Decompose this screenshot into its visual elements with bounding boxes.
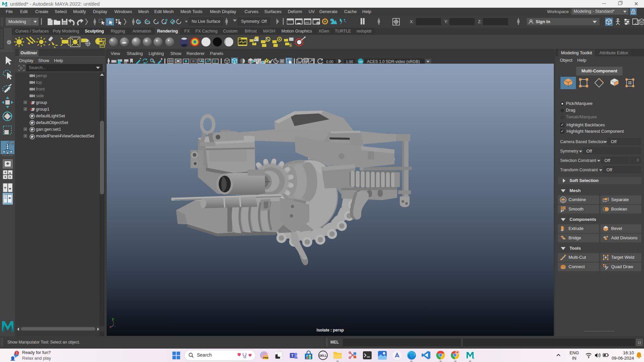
- svg-text:MAYA: MAYA: [472, 358, 475, 359]
- svg-text:IPR: IPR: [305, 21, 310, 24]
- svg-text:T: T: [214, 59, 217, 63]
- svg-text:S: S: [289, 43, 292, 48]
- svg-text:0.00: 0.00: [326, 60, 333, 64]
- svg-text:y: y: [112, 317, 114, 321]
- svg-text:1: 1: [16, 351, 18, 355]
- svg-text:ACES 1.0 SDR-video (sRGB): ACES 1.0 SDR-video (sRGB): [367, 59, 420, 64]
- svg-text:T: T: [291, 354, 293, 358]
- svg-text:x: x: [109, 325, 111, 328]
- svg-text:ON: ON: [359, 60, 363, 63]
- svg-text:DELL: DELL: [319, 354, 327, 357]
- svg-text:1.00: 1.00: [346, 60, 353, 64]
- svg-text:PRE: PRE: [263, 356, 268, 359]
